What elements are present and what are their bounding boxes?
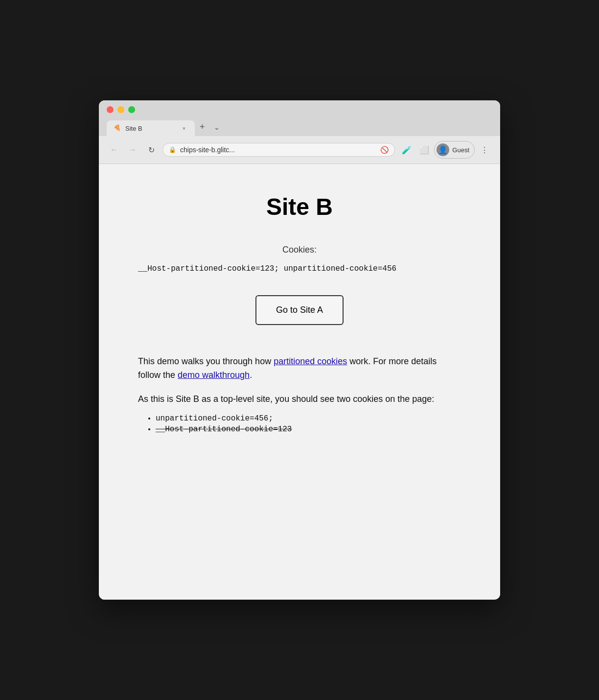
address-text: chips-site-b.glitc... bbox=[180, 146, 376, 154]
cookie-value: __Host-partitioned-cookie=123; unpartiti… bbox=[138, 263, 461, 276]
cookies-label: Cookies: bbox=[138, 245, 461, 255]
description-text: This demo walks you through how partitio… bbox=[138, 354, 461, 383]
tab-close-button[interactable]: × bbox=[180, 124, 188, 132]
cookies-section: Cookies: __Host-partitioned-cookie=123; … bbox=[138, 245, 461, 276]
page-content: Site B Cookies: __Host-partitioned-cooki… bbox=[99, 164, 500, 600]
more-options-button[interactable]: ⋮ bbox=[477, 142, 492, 158]
nav-bar: ← → ↻ 🔒 chips-site-b.glitc... 🚫 🧪 ⬜ 👤 bbox=[99, 136, 500, 164]
user-account-button[interactable]: 👤 Guest bbox=[434, 141, 475, 159]
nav-actions: 🧪 ⬜ 👤 Guest ⋮ bbox=[399, 141, 492, 159]
split-view-icon: ⬜ bbox=[419, 145, 429, 155]
list-item: __Host-partitioned-cookie=123 bbox=[156, 425, 461, 434]
cookie-list: unpartitioned-cookie=456; __Host-partiti… bbox=[138, 414, 461, 434]
list-item: unpartitioned-cookie=456; bbox=[156, 414, 461, 423]
lock-icon: 🔒 bbox=[169, 146, 176, 153]
forward-button[interactable]: → bbox=[125, 142, 140, 157]
reload-icon: ↻ bbox=[148, 145, 155, 155]
browser-window: 🍕 Site B × + ⌄ ← → ↻ 🔒 chips-site-b.glit… bbox=[99, 100, 500, 600]
tab-overflow-button[interactable]: ⌄ bbox=[214, 123, 220, 131]
window-controls bbox=[107, 106, 492, 113]
reload-button[interactable]: ↻ bbox=[144, 142, 159, 157]
forward-icon: → bbox=[129, 145, 137, 154]
back-button[interactable]: ← bbox=[107, 142, 121, 157]
address-bar[interactable]: 🔒 chips-site-b.glitc... 🚫 bbox=[162, 143, 395, 157]
site-b-description: As this is Site B as a top-level site, y… bbox=[138, 392, 461, 406]
maximize-button[interactable] bbox=[128, 106, 135, 113]
avatar-icon: 👤 bbox=[438, 145, 448, 155]
user-avatar: 👤 bbox=[437, 143, 449, 156]
extensions-icon: 🧪 bbox=[402, 145, 412, 155]
tab-favicon-icon: 🍕 bbox=[114, 124, 121, 132]
tracking-protection-icon[interactable]: 🚫 bbox=[380, 146, 389, 154]
more-icon: ⋮ bbox=[481, 145, 488, 155]
user-label: Guest bbox=[452, 146, 469, 154]
new-tab-button[interactable]: + bbox=[195, 118, 210, 136]
go-to-site-button[interactable]: Go to Site A bbox=[255, 295, 344, 325]
page-title: Site B bbox=[138, 193, 461, 220]
close-button[interactable] bbox=[107, 106, 114, 113]
minimize-button[interactable] bbox=[117, 106, 124, 113]
active-tab[interactable]: 🍕 Site B × bbox=[107, 120, 195, 136]
tab-title: Site B bbox=[125, 125, 176, 132]
title-bar: 🍕 Site B × + ⌄ bbox=[99, 100, 500, 136]
extensions-button[interactable]: 🧪 bbox=[399, 142, 415, 158]
back-icon: ← bbox=[110, 145, 118, 154]
demo-walkthrough-link[interactable]: demo walkthrough bbox=[178, 370, 250, 380]
split-view-button[interactable]: ⬜ bbox=[416, 142, 432, 158]
partitioned-cookies-link[interactable]: partitioned cookies bbox=[274, 356, 347, 366]
tabs-row: 🍕 Site B × + ⌄ bbox=[107, 118, 492, 136]
